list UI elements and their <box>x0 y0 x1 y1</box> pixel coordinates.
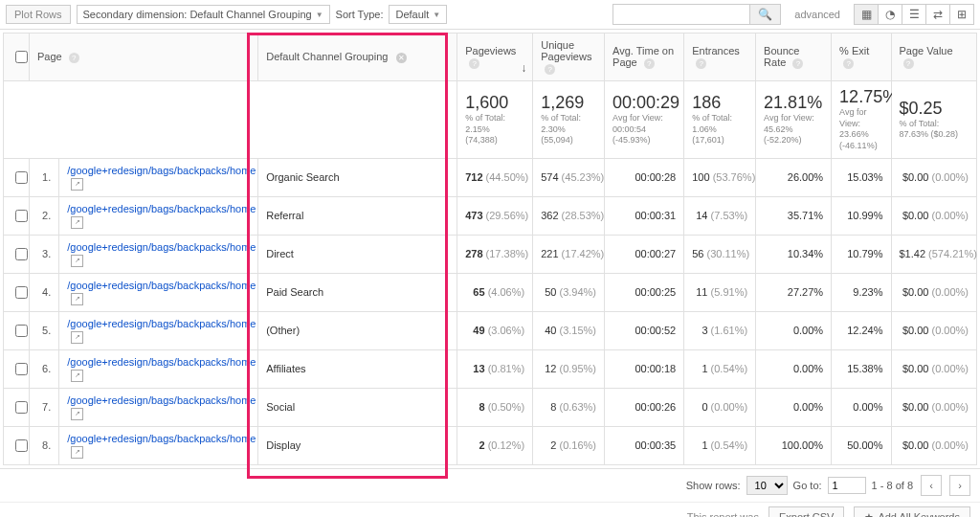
open-external-icon[interactable]: ↗ <box>71 408 83 420</box>
col-entrances[interactable]: Entrances ? <box>684 34 756 81</box>
help-icon[interactable]: ? <box>69 53 79 63</box>
help-icon[interactable]: ? <box>545 64 555 75</box>
search-button[interactable]: 🔍 <box>749 5 780 24</box>
unique-cell: 8 (0.63%) <box>533 388 605 426</box>
page-link[interactable]: /google+redesign/bags/backpacks/home↗ <box>59 311 258 349</box>
row-checkbox[interactable] <box>15 286 28 299</box>
row-checkbox[interactable] <box>15 248 28 260</box>
view-performance-button[interactable]: ☰ <box>902 5 925 24</box>
channel-value: Affiliates <box>258 349 457 388</box>
search-icon: 🔍 <box>758 8 772 21</box>
sort-type-dropdown[interactable]: Default ▼ <box>389 5 447 24</box>
channel-value: Display <box>258 426 457 464</box>
value-cell: $0.00 (0.00%) <box>891 158 977 196</box>
open-external-icon[interactable]: ↗ <box>71 178 83 191</box>
pageviews-cell: 13 (0.81%) <box>457 349 533 388</box>
open-external-icon[interactable]: ↗ <box>71 293 83 305</box>
view-pie-button[interactable]: ◔ <box>878 5 902 24</box>
caret-down-icon: ▼ <box>433 11 440 19</box>
row-checkbox[interactable] <box>15 363 28 375</box>
page-link[interactable]: /google+redesign/bags/backpacks/home↗ <box>59 235 258 273</box>
unique-cell: 12 (0.95%) <box>533 349 605 388</box>
unique-cell: 50 (3.94%) <box>533 273 605 311</box>
plot-rows-button[interactable]: Plot Rows <box>6 5 71 24</box>
col-avg-time[interactable]: Avg. Time on Page ? <box>605 34 684 81</box>
row-checkbox[interactable] <box>15 439 28 452</box>
avg-time-cell: 00:00:52 <box>605 311 684 349</box>
export-csv-button[interactable]: Export CSV <box>768 506 844 517</box>
avg-time-cell: 00:00:18 <box>605 349 684 388</box>
view-switcher: ▦ ◔ ☰ ⇄ ⊞ <box>854 4 974 25</box>
open-external-icon[interactable]: ↗ <box>71 370 83 382</box>
advanced-link[interactable]: advanced <box>787 9 848 20</box>
total-pageviews: 1,600 % of Total:2.15%(74,388) <box>457 81 533 159</box>
help-icon[interactable]: ? <box>696 58 706 69</box>
prev-page-button[interactable]: ‹ <box>921 475 942 496</box>
view-table-button[interactable]: ▦ <box>855 5 878 24</box>
col-page[interactable]: Page ? <box>30 34 258 81</box>
page-link[interactable]: /google+redesign/bags/backpacks/home↗ <box>59 426 258 464</box>
row-checkbox[interactable] <box>15 401 28 414</box>
value-cell: $0.00 (0.00%) <box>891 196 977 235</box>
search-input[interactable] <box>613 6 749 23</box>
exit-cell: 15.03% <box>832 158 891 196</box>
unique-cell: 40 (3.15%) <box>533 311 605 349</box>
help-icon[interactable]: ? <box>903 58 914 69</box>
pageviews-cell: 712 (44.50%) <box>457 158 533 196</box>
row-index: 1. <box>30 158 59 196</box>
row-checkbox[interactable] <box>15 325 28 337</box>
table-row: 4./google+redesign/bags/backpacks/home↗P… <box>4 273 977 311</box>
bounce-cell: 100.00% <box>756 426 832 464</box>
view-comparison-button[interactable]: ⇄ <box>925 5 949 24</box>
avg-time-cell: 00:00:28 <box>605 158 684 196</box>
channel-value: Paid Search <box>258 273 457 311</box>
help-icon[interactable]: ? <box>469 58 479 69</box>
entrances-cell: 1 (0.54%) <box>684 426 756 464</box>
value-cell: $0.00 (0.00%) <box>891 349 977 388</box>
help-icon[interactable]: ? <box>644 58 655 69</box>
entrances-cell: 11 (5.91%) <box>684 273 756 311</box>
view-pivot-button[interactable]: ⊞ <box>949 5 973 24</box>
col-channel[interactable]: Default Channel Grouping ✕ <box>258 34 457 81</box>
next-page-button[interactable]: › <box>949 475 970 496</box>
col-bounce[interactable]: Bounce Rate ? <box>756 34 832 81</box>
row-index: 2. <box>30 196 59 235</box>
secondary-dimension-dropdown[interactable]: Secondary dimension: Default Channel Gro… <box>77 5 330 24</box>
open-external-icon[interactable]: ↗ <box>71 255 83 267</box>
page-link[interactable]: /google+redesign/bags/backpacks/home↗ <box>59 158 258 196</box>
page-link[interactable]: /google+redesign/bags/backpacks/home↗ <box>59 273 258 311</box>
page-link[interactable]: /google+redesign/bags/backpacks/home↗ <box>59 349 258 388</box>
table-icon: ▦ <box>861 8 872 21</box>
col-pageviews[interactable]: Pageviews ? ↓ <box>457 34 533 81</box>
page-link[interactable]: /google+redesign/bags/backpacks/home↗ <box>59 388 258 426</box>
total-entrances: 186 % of Total:1.06%(17,601) <box>684 81 756 159</box>
entrances-cell: 1 (0.54%) <box>684 349 756 388</box>
rows-select[interactable]: 10 <box>746 476 788 495</box>
col-exit[interactable]: % Exit ? <box>832 34 891 81</box>
page-link[interactable]: /google+redesign/bags/backpacks/home↗ <box>59 196 258 235</box>
col-unique[interactable]: Unique Pageviews ? <box>533 34 605 81</box>
open-external-icon[interactable]: ↗ <box>71 216 83 229</box>
exit-cell: 50.00% <box>832 426 891 464</box>
avg-time-cell: 00:00:31 <box>605 196 684 235</box>
bounce-cell: 0.00% <box>756 349 832 388</box>
report-generated-label: This report was <box>687 511 759 517</box>
entrances-cell: 0 (0.00%) <box>684 388 756 426</box>
pageviews-cell: 278 (17.38%) <box>457 235 533 273</box>
exit-cell: 9.23% <box>832 273 891 311</box>
go-to-input[interactable] <box>828 477 866 494</box>
table-row: 3./google+redesign/bags/backpacks/home↗D… <box>4 235 977 273</box>
add-all-keywords-button[interactable]: ★ Add All Keywords <box>854 506 970 517</box>
bounce-cell: 0.00% <box>756 311 832 349</box>
open-external-icon[interactable]: ↗ <box>71 331 83 344</box>
remove-dimension-icon[interactable]: ✕ <box>396 53 407 63</box>
select-all-checkbox[interactable] <box>15 51 28 63</box>
value-cell: $0.00 (0.00%) <box>891 426 977 464</box>
help-icon[interactable]: ? <box>792 58 803 69</box>
open-external-icon[interactable]: ↗ <box>71 446 83 459</box>
col-value[interactable]: Page Value ? <box>891 34 977 81</box>
total-avg-time: 00:00:29 Avg for View:00:00:54(-45.93%) <box>605 81 684 159</box>
row-checkbox[interactable] <box>15 210 28 222</box>
row-checkbox[interactable] <box>15 171 28 184</box>
help-icon[interactable]: ? <box>843 58 854 69</box>
